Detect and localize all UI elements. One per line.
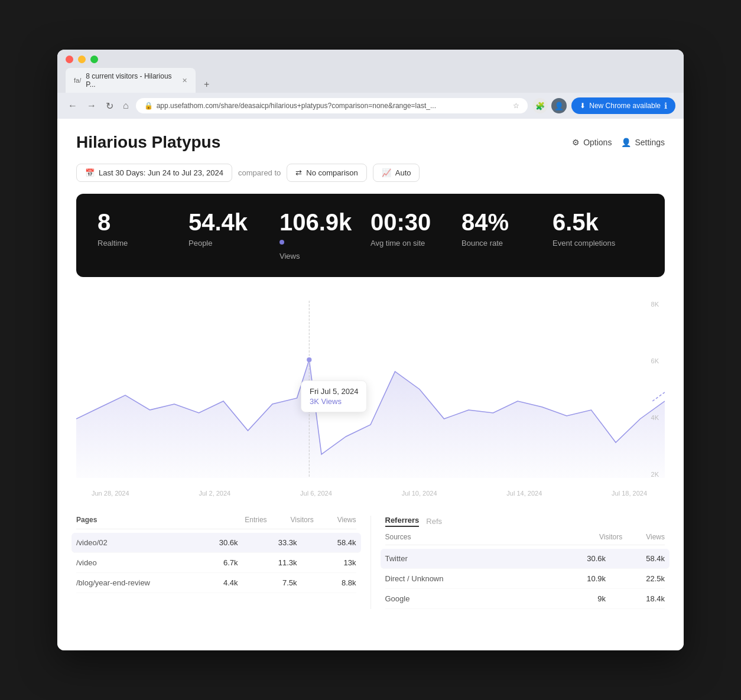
y-label-8k: 8K — [651, 301, 659, 308]
realtime-label: Realtime — [98, 239, 188, 248]
entries-value: 6.7k — [203, 558, 238, 567]
chrome-available-label: New Chrome available — [589, 102, 661, 110]
y-label-2k: 2K — [651, 471, 659, 478]
header-actions: ⚙ Options 👤 Settings — [572, 138, 665, 147]
entries-col-header: Entries — [245, 516, 266, 524]
y-label-4k: 4K — [651, 414, 659, 421]
ref-visitors: 10.9k — [570, 574, 606, 583]
ref-views: 22.5k — [629, 574, 665, 583]
views-dot — [280, 240, 284, 245]
refs-tab[interactable]: Refs — [426, 517, 442, 526]
stat-people: 54.4k People — [188, 210, 280, 248]
ref-row[interactable]: Google 9k 18.4k — [385, 589, 665, 609]
close-light[interactable] — [66, 56, 73, 63]
ref-views: 18.4k — [629, 594, 665, 603]
line-chart — [76, 301, 665, 478]
x-axis-labels: Jun 28, 2024 Jul 2, 2024 Jul 6, 2024 Jul… — [86, 490, 653, 497]
calendar-icon: 📅 — [85, 168, 95, 177]
referrers-sub-header: Sources Visitors Views — [385, 529, 665, 545]
referrers-header: Referrers Refs — [385, 516, 665, 527]
home-button[interactable]: ⌂ — [121, 99, 131, 112]
auto-picker[interactable]: 📈 Auto — [373, 164, 420, 182]
back-button[interactable]: ← — [66, 99, 80, 112]
views-value: 13k — [321, 558, 356, 567]
ref-row[interactable]: Direct / Unknown 10.9k 22.5k — [385, 569, 665, 589]
views-value: 58.4k — [321, 538, 356, 547]
address-bar: ← → ↻ ⌂ 🔒 app.usefathom.com/share/deasai… — [57, 93, 684, 119]
table-row[interactable]: /video 6.7k 11.3k 13k — [76, 553, 356, 573]
ref-views: 58.4k — [629, 554, 665, 563]
tab-close-button[interactable]: ✕ — [182, 77, 187, 84]
section-divider — [370, 516, 371, 609]
page-name: /video — [76, 558, 203, 567]
referrer-source: Google — [385, 594, 571, 603]
page-content: Hilarious Platypus ⚙ Options 👤 Settings … — [57, 119, 684, 650]
new-tab-button[interactable]: + — [198, 76, 215, 93]
url-bar[interactable]: 🔒 app.usefathom.com/share/deasaicp/hilar… — [136, 98, 528, 113]
views-col-header: Views — [337, 516, 356, 524]
ref-col-headers: Visitors Views — [599, 533, 665, 541]
page-name: /blog/year-end-review — [76, 578, 203, 587]
views-value: 8.8k — [321, 578, 356, 587]
options-button[interactable]: ⚙ Options — [572, 138, 612, 147]
ref-visitors: 30.6k — [570, 554, 606, 563]
comparison-label: No comparison — [306, 168, 358, 177]
x-label-0: Jun 28, 2024 — [92, 490, 129, 497]
filter-row: 📅 Last 30 Days: Jun 24 to Jul 23, 2024 c… — [76, 164, 665, 182]
avg-time-value: 00:30 — [370, 210, 462, 234]
people-label: People — [188, 239, 280, 248]
page-name: /video/02 — [76, 538, 203, 547]
entries-value: 4.4k — [203, 578, 238, 587]
settings-icon: 👤 — [621, 138, 631, 147]
bounce-label: Bounce rate — [462, 239, 552, 248]
stats-bar: 8 Realtime 54.4k People 106.9k Views 00:… — [76, 194, 665, 277]
table-row[interactable]: /blog/year-end-review 4.4k 7.5k 8.8k — [76, 573, 356, 593]
stat-avg-time: 00:30 Avg time on site — [370, 210, 462, 248]
avg-time-label: Avg time on site — [370, 239, 462, 248]
x-label-3: Jul 10, 2024 — [402, 490, 437, 497]
bookmark-icon[interactable]: ☆ — [513, 102, 519, 110]
visitors-col-header: Visitors — [291, 516, 314, 524]
tab-favicon: fa/ — [74, 77, 81, 84]
refresh-button[interactable]: ↻ — [103, 99, 116, 113]
ref-row[interactable]: Twitter 30.6k 58.4k — [381, 549, 670, 569]
pages-table-header: Pages Entries Visitors Views — [76, 516, 356, 529]
svg-point-1 — [307, 357, 311, 362]
table-row[interactable]: /video/02 30.6k 33.3k 58.4k — [72, 533, 361, 553]
page-title: Hilarious Platypus — [76, 133, 220, 152]
visitors-value: 7.5k — [262, 578, 297, 587]
stat-events: 6.5k Event completions — [552, 210, 644, 248]
stat-views: 106.9k Views — [280, 210, 370, 261]
url-text: app.usefathom.com/share/deasaicp/hilario… — [157, 102, 510, 110]
comparison-picker[interactable]: ⇄ No comparison — [287, 164, 366, 182]
bounce-value: 84% — [462, 210, 552, 234]
tooltip-date: Fri Jul 5, 2024 — [310, 387, 358, 396]
chrome-icon: ⬇ — [580, 102, 586, 110]
forward-button[interactable]: → — [84, 99, 99, 112]
entries-value: 30.6k — [203, 538, 238, 547]
traffic-lights — [66, 56, 675, 63]
page-header: Hilarious Platypus ⚙ Options 👤 Settings — [76, 133, 665, 152]
chrome-available-info-icon[interactable]: ℹ — [664, 101, 667, 110]
gear-icon: ⚙ — [572, 138, 580, 147]
views-label: Views — [280, 252, 370, 261]
active-tab[interactable]: fa/ 8 current visitors - Hilarious P... … — [66, 68, 196, 93]
date-range-picker[interactable]: 📅 Last 30 Days: Jun 24 to Jul 23, 2024 — [76, 164, 232, 182]
x-label-4: Jul 14, 2024 — [506, 490, 542, 497]
visitors-value: 11.3k — [262, 558, 297, 567]
referrers-table: Referrers Refs Sources Visitors Views Tw… — [385, 516, 665, 609]
y-axis-labels: 8K 6K 4K 2K — [651, 301, 659, 478]
extension-icon-avatar[interactable]: 👤 — [551, 98, 567, 113]
settings-button[interactable]: 👤 Settings — [621, 138, 665, 147]
people-value: 54.4k — [188, 210, 280, 234]
auto-label: Auto — [395, 168, 411, 177]
views-value: 106.9k — [280, 210, 370, 234]
referrers-tab[interactable]: Referrers — [385, 516, 420, 527]
referrer-source: Direct / Unknown — [385, 574, 571, 583]
minimize-light[interactable] — [78, 56, 86, 63]
extension-icon-puzzle[interactable]: 🧩 — [532, 98, 548, 113]
options-label: Options — [583, 138, 612, 147]
chrome-available-button[interactable]: ⬇ New Chrome available ℹ — [571, 97, 675, 114]
comparison-icon: ⇄ — [295, 168, 302, 177]
maximize-light[interactable] — [90, 56, 98, 63]
